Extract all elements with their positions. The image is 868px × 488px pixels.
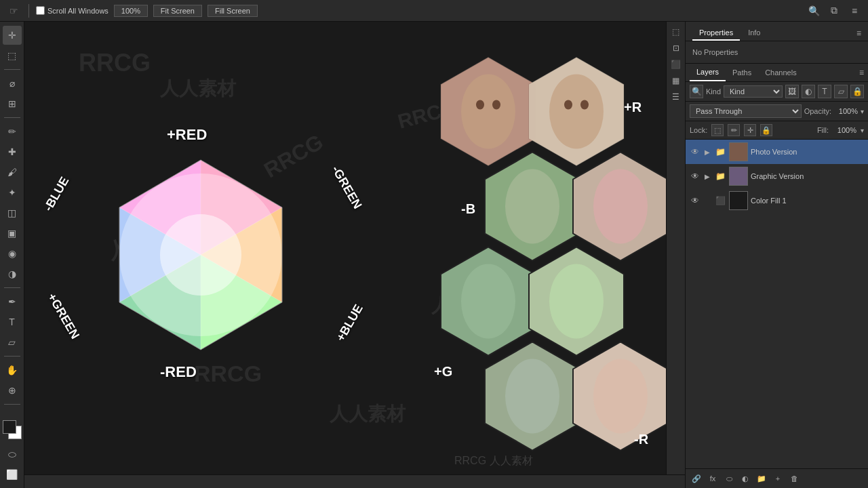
fit-screen-button[interactable]: Fit Screen (153, 5, 202, 17)
lock-row: Lock: ⬚ ✏ ✛ 🔒 Fill: 100% ▾ (686, 121, 868, 140)
mini-tool-4[interactable]: ▦ (669, 73, 684, 88)
color-swatches[interactable] (3, 420, 22, 439)
svg-point-33 (492, 100, 500, 110)
shape-tool[interactable]: ▱ (3, 333, 22, 352)
tab-paths[interactable]: Paths (726, 64, 758, 81)
blur-tool[interactable]: ◉ (3, 244, 22, 263)
lock-artboards-icon[interactable]: ✛ (744, 124, 756, 136)
svg-text:+R: +R (624, 100, 642, 115)
filter-type-smart[interactable]: 🔒 (850, 85, 864, 98)
lock-position-icon[interactable]: ✏ (728, 124, 740, 136)
healing-tool[interactable]: ✚ (3, 142, 22, 161)
layer-arrow-fill: ▶ (703, 197, 711, 205)
layer-thumb-graphic (729, 167, 748, 186)
layer-name-graphic: Graphic Version (751, 172, 864, 180)
pen-tool[interactable]: ✒ (3, 292, 22, 311)
layer-arrow-photo[interactable]: ▶ (703, 148, 711, 156)
svg-text:+G: +G (434, 364, 452, 379)
add-style-icon[interactable]: fx (706, 472, 719, 485)
new-layer-icon[interactable]: + (771, 472, 785, 485)
layer-name-fill: Color Fill 1 (751, 197, 864, 205)
layer-group-icon-photo: 📁 (714, 146, 726, 158)
lock-all-icon[interactable]: 🔒 (760, 124, 772, 136)
blend-mode-select[interactable]: Pass Through (690, 104, 802, 118)
brush-tool[interactable]: 🖌 (3, 163, 22, 182)
mini-tool-1[interactable]: ⬚ (669, 24, 684, 39)
lock-label: Lock: (690, 126, 707, 134)
layer-thumb-photo (729, 142, 748, 161)
new-group-icon[interactable]: 📁 (755, 472, 768, 485)
eyedropper-tool[interactable]: ✏ (3, 122, 22, 141)
layer-thumb-fill (729, 191, 748, 210)
eraser-tool[interactable]: ◫ (3, 203, 22, 222)
lock-pixels-icon[interactable]: ⬚ (711, 124, 724, 136)
layer-item-photo-version[interactable]: 👁 ▶ 📁 Photo Version (686, 140, 868, 164)
hex-color-svg (65, 119, 336, 390)
layer-item-graphic-version[interactable]: 👁 ▶ 📁 Graphic Version (686, 164, 868, 188)
selection-tool[interactable]: ⬚ (3, 46, 22, 65)
mini-tool-2[interactable]: ⊡ (669, 41, 684, 56)
layer-visibility-photo[interactable]: 👁 (690, 146, 701, 157)
search-icon[interactable]: 🔍 (806, 3, 822, 19)
foreground-color-swatch[interactable] (3, 420, 16, 434)
quick-mask-tool[interactable]: ⬭ (3, 445, 22, 464)
layers-bottom-bar: 🔗 fx ⬭ ◐ 📁 + 🗑 (686, 468, 868, 488)
mini-tool-3[interactable]: ⬛ (669, 57, 684, 72)
layer-list: 👁 ▶ 📁 Photo Version 👁 ▶ 📁 Graphic Versio… (686, 140, 868, 468)
toolbar-divider (28, 4, 29, 18)
svg-point-37 (593, 169, 648, 244)
gradient-tool[interactable]: ▣ (3, 224, 22, 243)
svg-point-32 (476, 100, 484, 110)
scroll-all-windows-label[interactable]: Scroll All Windows (36, 6, 108, 15)
add-mask-icon[interactable]: ⬭ (722, 472, 736, 485)
filter-kind-select[interactable]: Kind (724, 85, 783, 98)
tab-channels[interactable]: Channels (758, 64, 803, 81)
layer-arrow-graphic[interactable]: ▶ (703, 172, 711, 180)
hand-tool-icon[interactable]: ☞ (5, 3, 22, 19)
filter-type-text[interactable]: T (818, 85, 831, 98)
fill-screen-button[interactable]: Fill Screen (208, 5, 258, 17)
dodge-tool[interactable]: ◑ (3, 264, 22, 283)
zoom-tool[interactable]: ⊕ (3, 381, 22, 400)
layers-panel-expand[interactable]: ≡ (859, 68, 864, 77)
svg-point-30 (461, 75, 515, 149)
opacity-chevron[interactable]: ▾ (861, 108, 864, 115)
menu-icon[interactable]: ≡ (846, 3, 863, 19)
hand-tool[interactable]: ✋ (3, 361, 22, 380)
svg-text:-B: -B (461, 201, 475, 216)
layer-visibility-graphic[interactable]: 👁 (690, 171, 701, 182)
tab-properties[interactable]: Properties (692, 26, 740, 41)
move-tool[interactable]: ✛ (3, 26, 22, 45)
new-adjustment-icon[interactable]: ◐ (738, 472, 752, 485)
toolbar: ☞ Scroll All Windows Fit Screen Fill Scr… (0, 0, 868, 22)
lasso-tool[interactable]: ⌀ (3, 74, 22, 93)
screen-mode-tool[interactable]: ⬜ (3, 465, 22, 484)
clone-tool[interactable]: ✦ (3, 183, 22, 202)
svg-point-41 (593, 359, 648, 434)
filter-type-img[interactable]: 🖼 (785, 85, 799, 98)
text-tool[interactable]: T (3, 312, 22, 331)
tab-layers[interactable]: Layers (690, 64, 726, 81)
link-layers-icon[interactable]: 🔗 (690, 472, 703, 485)
fill-chevron[interactable]: ▾ (861, 127, 864, 134)
delete-layer-icon[interactable]: 🗑 (787, 472, 801, 485)
svg-point-40 (505, 359, 559, 434)
zoom-input[interactable] (114, 5, 148, 17)
layer-visibility-fill[interactable]: 👁 (690, 195, 701, 206)
svg-text:RRCG 人人素材: RRCG 人人素材 (454, 455, 533, 466)
mini-right-toolbar: ⬚ ⊡ ⬛ ▦ ☰ (666, 22, 685, 488)
opacity-label: Opacity: (804, 107, 831, 115)
crop-tool[interactable]: ⊞ (3, 94, 22, 113)
layer-fill-icon: ⬛ (714, 195, 726, 207)
filter-type-adj[interactable]: ◐ (802, 85, 815, 98)
filter-icon[interactable]: 🔍 (690, 85, 703, 98)
panel-expand-icon[interactable]: ≡ (856, 28, 861, 38)
mini-tool-5[interactable]: ☰ (669, 89, 684, 104)
svg-point-35 (580, 100, 589, 110)
scroll-all-windows-checkbox[interactable] (36, 6, 45, 15)
arrange-windows-icon[interactable]: ⧉ (826, 3, 842, 19)
filter-type-shape[interactable]: ▱ (834, 85, 848, 98)
watermark-6: 人人素材 (330, 401, 406, 427)
layer-item-color-fill[interactable]: 👁 ▶ ⬛ Color Fill 1 (686, 188, 868, 213)
tab-info[interactable]: Info (741, 26, 767, 41)
